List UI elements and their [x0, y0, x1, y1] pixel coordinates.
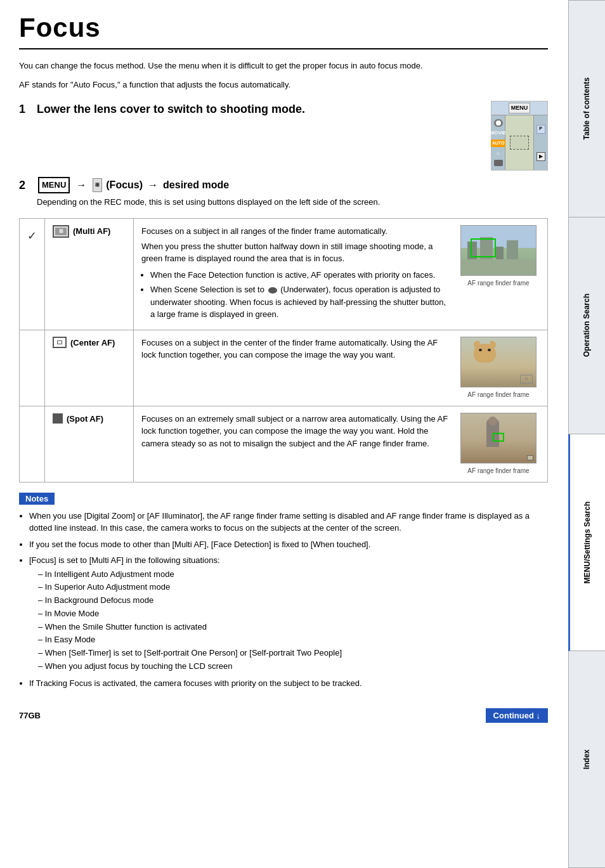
check-cell-spot [20, 406, 45, 482]
step-2: 2 MENU → ⊞ (Focus) → desired mode Depend… [19, 177, 548, 208]
note-item-2: If you set the focus mode to other than … [29, 538, 548, 551]
af-cat-frame: □ [520, 375, 533, 384]
table-row-multi-af: ✓ ⊞ (Multi AF) Focuses on a subject in a… [20, 219, 548, 330]
tab-table-of-contents[interactable]: Table of contents [568, 0, 605, 217]
camera-left-icons: MOVIE AUTO ☼ [491, 115, 505, 170]
continued-button[interactable]: Continued ↓ [486, 708, 548, 723]
camera-ui-mockup: MENU MOVIE AUTO ☼ [491, 101, 548, 171]
af-image-multi: AF range finder frame [457, 225, 540, 323]
multi-af-label: (Multi AF) [73, 225, 110, 238]
intro-line1: You can change the focus method. Use the… [19, 60, 548, 72]
af-label-multi: AF range finder frame [467, 280, 529, 287]
step1-text: Lower the lens cover to switch to shooti… [37, 103, 305, 115]
af-image-spot: AF range finder frame [457, 413, 540, 476]
af-label-spot: AF range finder frame [467, 467, 529, 474]
notes-badge: Notes [19, 493, 548, 510]
step2-subtext: Depending on the REC mode, this is set u… [37, 196, 548, 209]
af-spot-frame [493, 432, 504, 441]
mode-cell-spot: (Spot AF) [45, 406, 134, 482]
bottom-bar: 77GB Continued ↓ [19, 702, 548, 723]
tab-menu-settings-search[interactable]: MENU/Settings Search [568, 434, 605, 651]
page-title: Focus [19, 13, 548, 49]
notes-sublist: In Intelligent Auto Adjustment mode In S… [29, 568, 548, 673]
right-navigation: Table of contents Operation Search MENU/… [568, 0, 605, 868]
note-item-3: [Focus] is set to [Multi AF] in the foll… [29, 554, 548, 673]
table-row-spot-af: (Spot AF) Focuses on an extremely small … [20, 406, 548, 482]
underwater-icon [268, 287, 277, 294]
tab-index[interactable]: Index [568, 651, 605, 868]
step-1: 1 Lower the lens cover to switch to shoo… [19, 101, 548, 171]
spot-small-frame [527, 455, 533, 460]
desc-cell-multi: Focuses on a subject in all ranges of th… [134, 219, 548, 330]
multi-af-icon: ⊞ [53, 225, 69, 238]
mode-cell-multi: ⊞ (Multi AF) [45, 219, 134, 330]
page-number: 77GB [19, 711, 41, 720]
af-image-center: □ AF range finder frame [457, 337, 540, 399]
subitem-3: In Background Defocus mode [38, 594, 548, 607]
af-label-center: AF range finder frame [467, 391, 529, 398]
check-cell-center [20, 330, 45, 406]
table-row-center-af: (Center AF) Focuses on a subject in the … [20, 330, 548, 406]
focus-icon: ⊞ [93, 178, 102, 192]
subitem-7: When [Self-Timer] is set to [Self-portra… [38, 647, 548, 660]
camera-menu-bar: MENU [491, 101, 547, 115]
subitem-2: In Superior Auto Adjustment mode [38, 581, 548, 594]
check-cell-multi: ✓ [20, 219, 45, 330]
note-item-last: If Tracking Focus is activated, the came… [29, 677, 548, 690]
intro-line2: AF stands for "Auto Focus," a function t… [19, 79, 548, 91]
subitem-6: In Easy Mode [38, 633, 548, 647]
notes-list: When you use [Digital Zoom] or [AF Illum… [19, 510, 548, 690]
spot-af-label: (Spot AF) [67, 413, 103, 425]
camera-screen [505, 115, 533, 170]
tab-operation-search[interactable]: Operation Search [568, 217, 605, 434]
af-green-frame-multi [471, 238, 496, 257]
subitem-5: When the Smile Shutter function is activ… [38, 621, 548, 634]
steps-section: 1 Lower the lens cover to switch to shoo… [19, 101, 548, 208]
subitem-4: In Movie Mode [38, 607, 548, 621]
center-af-icon [53, 337, 67, 348]
mode-cell-center: (Center AF) [45, 330, 134, 406]
menu-button-label: MENU [38, 177, 70, 193]
note-item-1: When you use [Digital Zoom] or [AF Illum… [29, 510, 548, 534]
subitem-8: When you adjust focus by touching the LC… [38, 660, 548, 673]
notes-section: Notes When you use [Digital Zoom] or [AF… [19, 493, 548, 690]
focus-modes-table: ✓ ⊞ (Multi AF) Focuses on a subject in a… [19, 218, 548, 483]
spot-af-icon [53, 413, 63, 424]
desc-cell-center: Focuses on a subject in the center of th… [134, 330, 548, 406]
subitem-1: In Intelligent Auto Adjustment mode [38, 568, 548, 581]
camera-right-icons: P ▶ [533, 115, 547, 170]
center-af-label: (Center AF) [70, 337, 115, 349]
desc-cell-spot: Focuses on an extremely small subject or… [134, 406, 548, 482]
